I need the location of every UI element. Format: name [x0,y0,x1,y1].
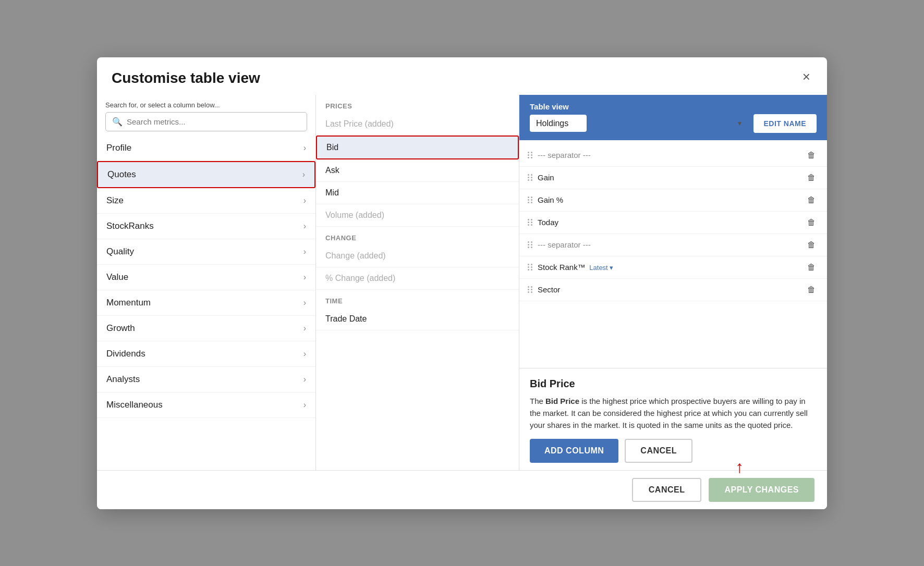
drag-handle-icon[interactable] [528,264,532,270]
column-list: --- separator ---🗑Gain🗑Gain %🗑Today🗑--- … [519,140,827,368]
info-area: Bid Price The Bid Price is the highest p… [519,368,827,470]
column-name-label: Today [538,218,799,227]
chevron-right-icon: › [303,298,306,307]
chevron-right-icon: › [303,375,306,384]
drag-handle-icon[interactable] [528,174,532,181]
left-menu-list: Profile›Quotes›Size›StockRanks›Quality›V… [97,136,315,470]
edit-name-button[interactable]: EDIT NAME [753,114,817,133]
right-top-bar: Table view Holdings Watchlist Portfolio … [519,95,827,140]
modal-title: Customise table view [112,70,260,87]
sidebar-item-label: Size [106,195,124,206]
delete-column-button[interactable]: 🗑 [804,262,819,273]
column-name-label: Gain [538,173,799,182]
apply-changes-button[interactable]: APPLY CHANGES [709,478,814,502]
delete-column-button[interactable]: 🗑 [804,239,819,251]
chevron-right-icon: › [303,400,306,410]
info-title: Bid Price [530,378,817,390]
sidebar-item-miscellaneous[interactable]: Miscellaneous› [97,392,315,418]
delete-column-button[interactable]: 🗑 [804,150,819,161]
column-row: Gain %🗑 [519,189,827,212]
sidebar-item-label: Dividends [106,349,145,359]
chevron-right-icon: › [302,170,305,179]
column-row: --- separator ---🗑 [519,144,827,167]
middle-item-%-change-(added)[interactable]: % Change (added) [316,267,519,290]
sidebar-item-quotes[interactable]: Quotes› [97,161,315,188]
customise-table-modal: Customise table view × Search for, or se… [97,57,827,509]
middle-item-last-price-(added)[interactable]: Last Price (added) [316,113,519,136]
search-label: Search for, or select a column below... [105,101,307,109]
column-name-label: Stock Rank™ Latest ▾ [538,263,799,272]
chevron-right-icon: › [303,349,306,359]
section-header-prices: PRICES [316,95,519,113]
tag-latest[interactable]: Latest ▾ [588,264,614,272]
column-name-label: --- separator --- [538,151,799,159]
left-panel: Search for, or select a column below... … [97,95,316,470]
sidebar-item-value[interactable]: Value› [97,265,315,290]
chevron-right-icon: › [303,273,306,282]
column-row: Stock Rank™ Latest ▾🗑 [519,256,827,279]
column-row: Today🗑 [519,212,827,234]
section-header-change: CHANGE [316,227,519,245]
chevron-right-icon: › [303,196,306,205]
sidebar-item-quality[interactable]: Quality› [97,239,315,265]
column-row: Sector🗑 [519,279,827,301]
info-cancel-button[interactable]: CANCEL [625,439,692,463]
middle-item-trade-date[interactable]: Trade Date [316,308,519,330]
chevron-right-icon: › [303,247,306,256]
modal-header: Customise table view × [97,57,827,95]
chevron-right-icon: › [303,143,306,153]
search-area: Search for, or select a column below... … [97,95,315,136]
delete-column-button[interactable]: 🗑 [804,284,819,296]
table-view-controls: Holdings Watchlist Portfolio EDIT NAME [530,114,817,133]
modal-body: Search for, or select a column below... … [97,95,827,470]
delete-column-button[interactable]: 🗑 [804,194,819,206]
sidebar-item-label: Analysts [106,374,140,385]
table-view-select-wrapper: Holdings Watchlist Portfolio [530,115,748,132]
sidebar-item-analysts[interactable]: Analysts› [97,367,315,392]
table-view-label: Table view [530,102,817,111]
footer-cancel-button[interactable]: CANCEL [632,478,702,502]
drag-handle-icon[interactable] [528,219,532,226]
delete-column-button[interactable]: 🗑 [804,217,819,228]
search-box: 🔍 [105,112,307,131]
drag-handle-icon[interactable] [528,152,532,158]
info-actions: ADD COLUMN CANCEL [530,439,817,463]
sidebar-item-label: Quotes [107,169,136,180]
chevron-right-icon: › [303,324,306,333]
middle-item-ask[interactable]: Ask [316,159,519,182]
sidebar-item-profile[interactable]: Profile› [97,136,315,161]
drag-handle-icon[interactable] [528,241,532,248]
middle-item-change-(added)[interactable]: Change (added) [316,245,519,267]
middle-item-mid[interactable]: Mid [316,182,519,204]
delete-column-button[interactable]: 🗑 [804,172,819,183]
column-name-label: Gain % [538,195,799,204]
sidebar-item-growth[interactable]: Growth› [97,316,315,341]
sidebar-item-dividends[interactable]: Dividends› [97,341,315,367]
sidebar-item-momentum[interactable]: Momentum› [97,290,315,316]
search-input[interactable] [127,117,300,126]
column-row: Gain🗑 [519,167,827,189]
chevron-right-icon: › [303,222,306,231]
sidebar-item-label: Value [106,272,128,282]
info-text: The Bid Price is the highest price which… [530,395,817,432]
column-name-label: Sector [538,285,799,294]
sidebar-item-label: Profile [106,143,131,153]
sidebar-item-label: Growth [106,323,135,334]
drag-handle-icon[interactable] [528,286,532,293]
middle-item-bid[interactable]: Bid [316,136,519,159]
sidebar-item-stockranks[interactable]: StockRanks› [97,214,315,239]
middle-item-volume-(added)[interactable]: Volume (added) [316,204,519,227]
sidebar-item-size[interactable]: Size› [97,188,315,214]
drag-handle-icon[interactable] [528,196,532,203]
right-panel: Table view Holdings Watchlist Portfolio … [519,95,827,470]
sidebar-item-label: Miscellaneous [106,400,163,410]
column-name-label: --- separator --- [538,240,799,249]
sidebar-item-label: StockRanks [106,221,154,231]
sidebar-item-label: Momentum [106,298,151,308]
table-view-select[interactable]: Holdings Watchlist Portfolio [530,115,587,132]
middle-panel: PRICESLast Price (added)BidAskMidVolume … [316,95,519,470]
modal-footer: CANCEL APPLY CHANGES [97,470,827,509]
close-button[interactable]: × [800,70,812,83]
add-column-button[interactable]: ADD COLUMN [530,439,618,463]
sidebar-item-label: Quality [106,247,134,257]
